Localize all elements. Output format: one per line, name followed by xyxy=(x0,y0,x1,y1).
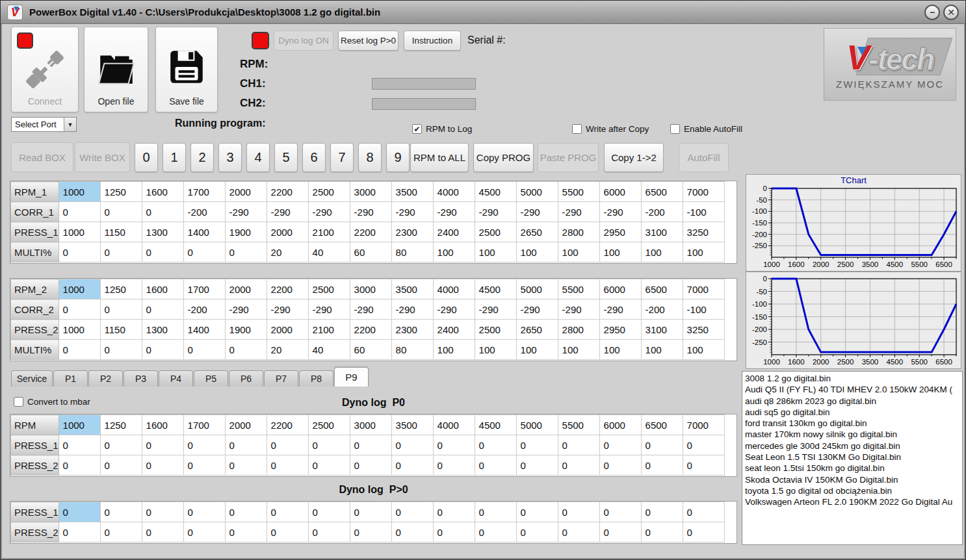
table-cell[interactable]: 1900 xyxy=(225,222,267,242)
table-cell[interactable]: 0 xyxy=(350,502,391,522)
table-cell[interactable]: 0 xyxy=(59,502,100,522)
table-cell[interactable]: 60 xyxy=(350,242,391,262)
table-cell[interactable]: 0 xyxy=(391,522,433,542)
table-cell[interactable]: 0 xyxy=(475,455,516,476)
table-cell[interactable]: 2100 xyxy=(308,320,350,340)
table-cell[interactable]: 20 xyxy=(267,242,308,262)
file-list-item[interactable]: ford transit 130km go digital.bin xyxy=(745,418,959,429)
tab-p2[interactable]: P2 xyxy=(88,370,123,387)
table-cell[interactable]: 100 xyxy=(683,340,724,360)
table-cell[interactable]: -200 xyxy=(183,299,225,320)
tab-p7[interactable]: P7 xyxy=(264,370,298,387)
table-cell[interactable]: 1250 xyxy=(100,279,142,299)
table-cell[interactable]: 1000 xyxy=(59,182,100,202)
table-cell[interactable]: 2200 xyxy=(267,182,308,202)
table-cell[interactable]: 2200 xyxy=(350,222,391,242)
table-cell[interactable]: 2000 xyxy=(225,415,267,435)
table-cell[interactable]: 0 xyxy=(599,502,641,522)
table-cell[interactable]: 0 xyxy=(59,242,100,262)
table-cell[interactable]: 0 xyxy=(183,455,225,476)
table-cell[interactable]: 100 xyxy=(641,242,683,262)
paste-prog-button[interactable]: Paste PROG xyxy=(538,143,599,172)
table-cell[interactable]: 3100 xyxy=(641,222,683,242)
table-cell[interactable]: 0 xyxy=(599,522,641,542)
table-cell[interactable]: 3250 xyxy=(683,222,724,242)
table-cell[interactable]: 0 xyxy=(59,340,100,360)
table-cell[interactable]: -290 xyxy=(558,202,599,222)
table-cell[interactable]: 2650 xyxy=(516,320,558,340)
save-file-button[interactable]: Save file xyxy=(155,27,218,112)
table-cell[interactable]: 3100 xyxy=(641,320,683,340)
table-cell[interactable]: 40 xyxy=(308,340,350,360)
table-cell[interactable]: 0 xyxy=(683,455,724,476)
file-list-item[interactable]: audi q8 286km 2023 go digital.bin xyxy=(745,396,959,407)
program-digit-button-5[interactable]: 5 xyxy=(274,143,298,172)
file-list-item[interactable]: audi sq5 go digital.bin xyxy=(745,407,959,418)
reset-log-button[interactable]: Reset log P>0 xyxy=(338,31,398,51)
table-cell[interactable]: -290 xyxy=(267,202,308,222)
table-cell[interactable]: 0 xyxy=(433,435,475,455)
table-cell[interactable]: 100 xyxy=(558,340,599,360)
table-cell[interactable]: 2200 xyxy=(267,279,308,299)
table-cell[interactable]: 2500 xyxy=(308,182,350,202)
table-cell[interactable]: 0 xyxy=(683,502,724,522)
table-cell[interactable]: 80 xyxy=(391,340,433,360)
table-cell[interactable]: 0 xyxy=(142,340,183,360)
table-cell[interactable]: 7000 xyxy=(683,182,724,202)
table-cell[interactable]: 0 xyxy=(183,522,225,542)
table-cell[interactable]: 1000 xyxy=(59,279,100,299)
file-list-item[interactable]: master 170km nowy silnik go digital.bin xyxy=(745,429,959,440)
table-cell[interactable]: 100 xyxy=(558,242,599,262)
table-cell[interactable]: -100 xyxy=(683,202,724,222)
table-cell[interactable]: 1250 xyxy=(100,182,142,202)
table-cell[interactable]: -290 xyxy=(391,299,433,320)
table-cell[interactable]: 0 xyxy=(683,522,724,542)
table-cell[interactable]: 2500 xyxy=(475,320,516,340)
table-cell[interactable]: -290 xyxy=(516,202,558,222)
instruction-button[interactable]: Instruction xyxy=(404,31,461,51)
table-cell[interactable]: 1150 xyxy=(100,222,142,242)
table-cell[interactable]: 2400 xyxy=(433,222,475,242)
table-cell[interactable]: 0 xyxy=(516,435,558,455)
tab-p5[interactable]: P5 xyxy=(194,370,228,387)
table-cell[interactable]: 0 xyxy=(308,522,350,542)
table-cell[interactable]: 1250 xyxy=(100,415,142,435)
table-cell[interactable]: 1400 xyxy=(183,320,225,340)
table-cell[interactable]: 0 xyxy=(142,242,183,262)
table-cell[interactable]: 100 xyxy=(683,242,724,262)
table-cell[interactable]: 1600 xyxy=(142,279,183,299)
table-cell[interactable]: 0 xyxy=(350,455,391,476)
table-cell[interactable]: 0 xyxy=(641,455,683,476)
table-cell[interactable]: 2200 xyxy=(350,320,391,340)
table-cell[interactable]: 0 xyxy=(267,502,308,522)
table-cell[interactable]: 4000 xyxy=(433,182,475,202)
table-cell[interactable]: 2500 xyxy=(308,415,350,435)
table-cell[interactable]: 80 xyxy=(391,242,433,262)
table-cell[interactable]: 0 xyxy=(433,502,475,522)
table-cell[interactable]: 2000 xyxy=(225,182,267,202)
file-list-item[interactable]: mercedes gle 300d 245km go digital.bin xyxy=(745,440,959,452)
table-cell[interactable]: -290 xyxy=(308,299,350,320)
table-cell[interactable]: 0 xyxy=(59,435,100,455)
table-cell[interactable]: 2000 xyxy=(267,222,308,242)
table-cell[interactable]: 2950 xyxy=(599,320,641,340)
table-cell[interactable]: -290 xyxy=(391,202,433,222)
file-list-item[interactable]: 3008 1.2 go digital.bin xyxy=(745,373,959,384)
enable-autofill-checkbox[interactable]: Enable AutoFill xyxy=(670,124,742,134)
table-cell[interactable]: 0 xyxy=(100,455,142,476)
checkbox-box[interactable] xyxy=(572,124,582,134)
table-cell[interactable]: 2950 xyxy=(599,222,641,242)
program-digit-button-6[interactable]: 6 xyxy=(302,143,326,172)
table-cell[interactable]: 0 xyxy=(100,435,142,455)
table-cell[interactable]: 0 xyxy=(142,299,183,320)
table-cell[interactable]: 3000 xyxy=(350,415,391,435)
table-cell[interactable]: 0 xyxy=(308,502,350,522)
tab-p3[interactable]: P3 xyxy=(124,370,158,387)
write-box-button[interactable]: Write BOX xyxy=(75,142,130,172)
table-cell[interactable]: 1700 xyxy=(183,279,225,299)
file-list-item[interactable]: seat leon 1.5tsi 150km go digital.bin xyxy=(745,463,959,474)
table-cell[interactable]: 100 xyxy=(475,340,516,360)
copy-1-to-2-button[interactable]: Copy 1->2 xyxy=(604,143,664,172)
table-cell[interactable]: 0 xyxy=(142,455,183,476)
table-cell[interactable]: 5500 xyxy=(558,279,599,299)
